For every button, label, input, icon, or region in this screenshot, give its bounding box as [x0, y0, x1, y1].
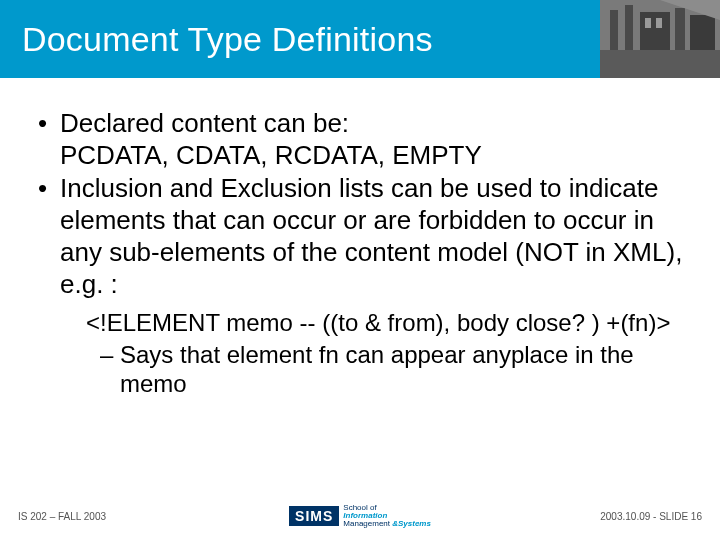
footer-left: IS 202 – FALL 2003 [18, 511, 246, 522]
sims-logo: SIMS School of Information Management &S… [289, 504, 431, 528]
footer-right: 2003.10.09 - SLIDE 16 [474, 511, 702, 522]
bullet-1-line1: Declared content can be: [60, 108, 349, 138]
footer-center: SIMS School of Information Management &S… [246, 504, 474, 528]
sub-bullet-code: <!ELEMENT memo -- ((to & from), body clo… [86, 308, 692, 337]
svg-rect-5 [645, 18, 651, 28]
svg-rect-8 [690, 15, 715, 50]
slide-footer: IS 202 – FALL 2003 SIMS School of Inform… [0, 502, 720, 540]
svg-rect-3 [625, 5, 633, 50]
sims-logo-box: SIMS [289, 506, 339, 526]
bullet-1-line2: PCDATA, CDATA, RCDATA, EMPTY [60, 140, 482, 170]
bullet-1: Declared content can be: PCDATA, CDATA, … [28, 108, 692, 171]
slide-body: Declared content can be: PCDATA, CDATA, … [0, 78, 720, 502]
bullet-2: Inclusion and Exclusion lists can be use… [28, 173, 692, 300]
svg-rect-2 [610, 10, 618, 50]
sub-bullet-explain: Says that element fn can appear anyplace… [100, 340, 692, 399]
svg-rect-4 [640, 12, 670, 50]
slide-header: Document Type Definitions [0, 0, 720, 78]
sub-bullet-explain-text: Says that element fn can appear anyplace… [120, 341, 634, 397]
svg-rect-1 [600, 50, 720, 78]
header-decoration-image [600, 0, 720, 78]
svg-rect-7 [675, 8, 685, 50]
slide-title: Document Type Definitions [22, 20, 433, 59]
bullet-2-text: Inclusion and Exclusion lists can be use… [60, 173, 682, 298]
sims-logo-text: School of Information Management &System… [343, 504, 431, 528]
svg-rect-6 [656, 18, 662, 28]
